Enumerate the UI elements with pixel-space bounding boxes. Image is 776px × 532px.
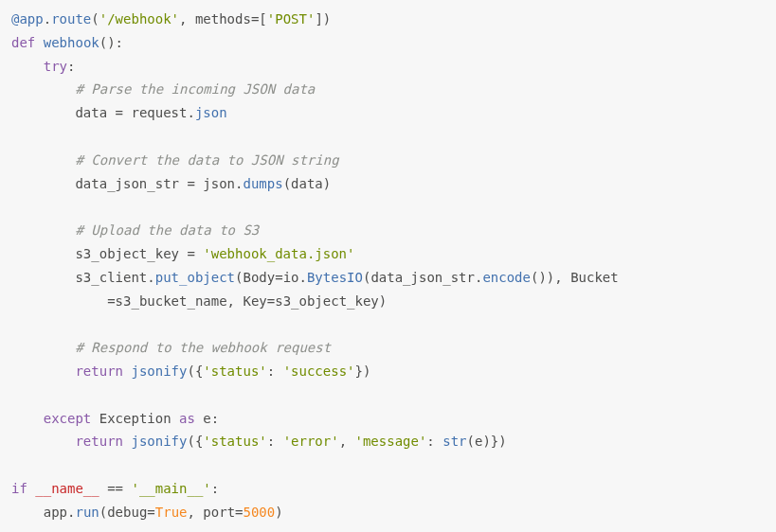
return-keyword: return [75, 364, 123, 379]
code-line: s3_object_key = 'webhook_data.json' [11, 246, 354, 261]
code-line: # Upload the data to S3 [11, 222, 259, 238]
str-builtin: str [442, 434, 466, 449]
code-line: if __name__ == '__main__': [11, 481, 219, 496]
code-line: # Parse the incoming JSON data [11, 81, 315, 97]
method-post-string: 'POST' [267, 11, 316, 27]
comment: # Upload the data to S3 [75, 222, 259, 238]
code-line: def webhook(): [11, 35, 123, 50]
comment: # Parse the incoming JSON data [75, 81, 315, 97]
code-line: data_json_str = json.dumps(data) [11, 176, 331, 191]
decorator-route: route [51, 11, 91, 27]
dunder-main-string: '__main__' [131, 481, 210, 496]
code-line: return jsonify({'status': 'error', 'mess… [11, 434, 507, 449]
code-line: except Exception as e: [11, 411, 219, 426]
port-literal: 5000 [244, 505, 276, 520]
code-line: data = request.json [11, 105, 227, 120]
code-block: @app.route('/webhook', methods=['POST'])… [0, 0, 776, 532]
comment: # Respond to the webhook request [75, 340, 331, 355]
code-line: return jsonify({'status': 'success'}) [11, 364, 370, 379]
s3-key-string: 'webhook_data.json' [203, 246, 354, 261]
code-line: app.run(debug=True, port=5000) [11, 505, 283, 520]
decorator-at: @app [11, 11, 44, 27]
except-keyword: except [44, 411, 92, 426]
true-literal: True [155, 505, 188, 520]
try-keyword: try [44, 59, 67, 74]
return-keyword: return [75, 434, 123, 449]
comment: # Convert the data to JSON string [75, 152, 338, 168]
function-name: webhook [44, 35, 99, 50]
def-keyword: def [11, 35, 35, 50]
code-line: @app.route('/webhook', methods=['POST']) [11, 11, 331, 27]
code-line: s3_client.put_object(Body=io.BytesIO(dat… [11, 270, 619, 285]
code-line: # Convert the data to JSON string [11, 152, 339, 168]
code-line-continuation: =s3_bucket_name, Key=s3_object_key) [11, 293, 387, 309]
route-string: '/webhook' [99, 11, 179, 27]
dunder-name: __name__ [35, 481, 99, 496]
as-keyword: as [179, 411, 195, 426]
if-keyword: if [11, 481, 27, 496]
code-line: try: [11, 59, 75, 74]
code-line: # Respond to the webhook request [11, 340, 331, 355]
